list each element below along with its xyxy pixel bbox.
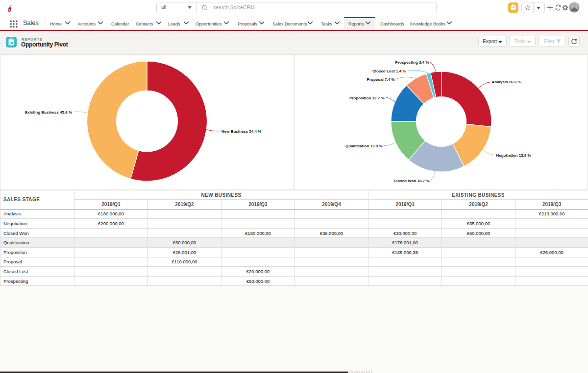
svg-text:New Business 54.4 %: New Business 54.4 % <box>221 129 261 134</box>
svg-text:s: s <box>8 8 10 11</box>
svg-text:Analysis 26.6 %: Analysis 26.6 % <box>492 80 521 84</box>
svg-text:Existing Business 45.6 %: Existing Business 45.6 % <box>25 110 72 115</box>
svg-text:Proposition 12.7 %: Proposition 12.7 % <box>349 96 385 100</box>
svg-text:Closed Lost 1.4 %: Closed Lost 1.4 % <box>372 69 406 73</box>
svg-text:Negotiation 15.9 %: Negotiation 15.9 % <box>496 153 531 158</box>
svg-text:Qualification 13.9 %: Qualification 13.9 % <box>345 144 383 148</box>
svg-text:Proposal 7.4 %: Proposal 7.4 % <box>367 77 395 82</box>
svg-text:Closed Won 18.7 %: Closed Won 18.7 % <box>393 179 429 183</box>
svg-text:Prospecting 3.4 %: Prospecting 3.4 % <box>395 60 429 65</box>
